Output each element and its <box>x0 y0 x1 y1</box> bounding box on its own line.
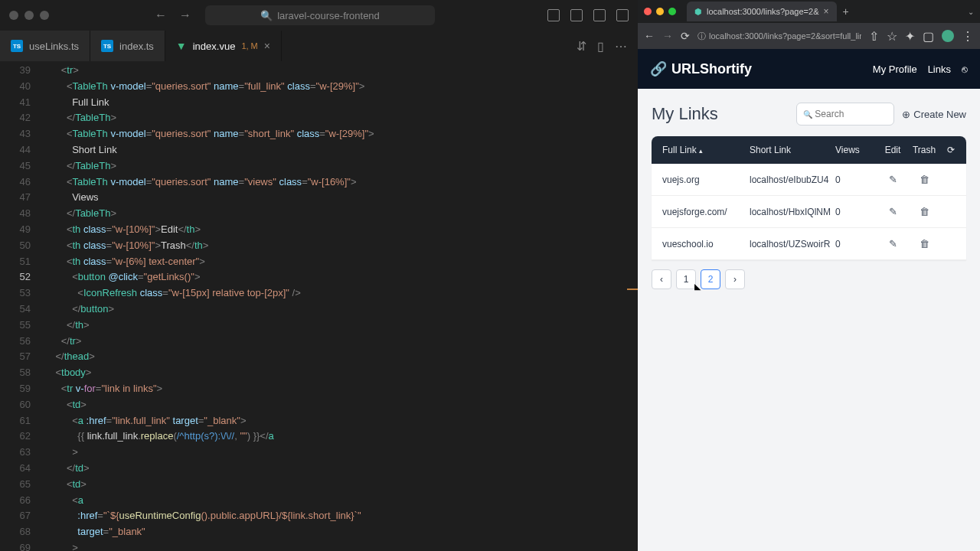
sidepanel-icon[interactable]: ▢ <box>923 29 934 44</box>
mouse-cursor-icon: ◣ <box>694 282 701 292</box>
cell-short-link[interactable]: localhost/UZSwoirR <box>750 239 835 249</box>
tab-index-vue[interactable]: ▼ index.vue 1, M × <box>165 31 282 61</box>
close-window-icon[interactable] <box>644 8 652 15</box>
panel-icon[interactable] <box>570 9 583 21</box>
col-trash: Trash <box>909 145 939 155</box>
plus-circle-icon: ⊕ <box>902 109 910 120</box>
browser-tab[interactable]: ⬢ localhost:3000/links?page=2& × <box>687 2 837 21</box>
minimize-dot[interactable] <box>24 11 34 20</box>
layout-icon[interactable] <box>547 9 560 21</box>
logout-icon[interactable]: ⎋ <box>962 64 968 75</box>
page-1[interactable]: 1 <box>676 269 696 289</box>
links-table: Full Link ▴ Short Link Views Edit Trash … <box>652 136 966 260</box>
extensions-icon[interactable]: ✦ <box>905 29 915 44</box>
back-icon[interactable]: ← <box>644 30 655 42</box>
search-icon: 🔍 <box>803 110 812 119</box>
reload-icon[interactable]: ⟳ <box>681 30 690 42</box>
edit-icon[interactable]: ✎ <box>889 206 897 217</box>
favicon-icon: ⬢ <box>694 7 702 17</box>
close-icon[interactable]: × <box>264 40 270 52</box>
nav-forward-icon[interactable]: → <box>179 8 191 22</box>
code-editor[interactable]: 3940414243444546474849505152535455565758… <box>0 61 638 551</box>
sidebar-icon[interactable] <box>593 9 606 21</box>
col-views[interactable]: Views <box>835 145 877 155</box>
cell-full-link[interactable]: vuejs.org <box>662 174 750 185</box>
edit-icon[interactable]: ✎ <box>889 174 897 185</box>
page-title: My Links <box>652 104 718 124</box>
table-header: Full Link ▴ Short Link Views Edit Trash … <box>652 136 966 164</box>
search-input[interactable]: 🔍 <box>796 103 894 126</box>
typescript-icon: TS <box>11 40 23 52</box>
more-icon[interactable]: ⋯ <box>615 39 627 54</box>
trash-icon[interactable]: 🗑 <box>920 206 929 217</box>
command-center[interactable]: 🔍laravel-course-frontend <box>205 5 435 25</box>
share-icon[interactable]: ⇧ <box>869 29 879 44</box>
new-tab-icon[interactable]: + <box>843 5 849 18</box>
refresh-button[interactable]: ⟳ <box>939 145 955 155</box>
sort-asc-icon: ▴ <box>699 147 703 155</box>
vue-icon: ▼ <box>176 40 187 52</box>
cell-short-link[interactable]: localhost/eIbubZU4 <box>750 174 835 185</box>
bookmark-icon[interactable]: ☆ <box>887 29 897 44</box>
edit-icon[interactable]: ✎ <box>889 238 897 249</box>
refresh-icon: ⟳ <box>947 145 955 155</box>
col-edit: Edit <box>877 145 909 155</box>
col-full-link[interactable]: Full Link ▴ <box>662 145 750 155</box>
compare-icon[interactable]: ⇵ <box>577 39 586 54</box>
nav-back-icon[interactable]: ← <box>155 8 167 22</box>
editor-tabs: TS useLinks.ts TS index.ts ▼ index.vue 1… <box>0 31 638 61</box>
table-row: vuejsforge.com/localhost/HbxIQlNM0✎🗑 <box>652 196 966 228</box>
create-new-button[interactable]: ⊕ Create New <box>902 109 966 120</box>
line-gutter: 3940414243444546474849505152535455565758… <box>0 61 44 551</box>
cell-full-link[interactable]: vueschool.io <box>662 239 750 249</box>
window-controls <box>9 11 49 20</box>
fullscreen-window-icon[interactable] <box>668 8 676 15</box>
page-next[interactable]: › <box>725 269 745 289</box>
cell-views: 0 <box>835 207 877 217</box>
close-tab-icon[interactable]: × <box>823 6 828 17</box>
split-icon[interactable]: ▯ <box>597 39 604 54</box>
site-info-icon[interactable]: ⓘ <box>697 31 706 42</box>
browser-toolbar: ← → ⟳ ⓘ localhost:3000/links?page=2&sort… <box>638 23 980 49</box>
table-row: vueschool.iolocalhost/UZSwoirR0✎🗑 <box>652 228 966 260</box>
link-icon: 🔗 <box>650 60 667 77</box>
cell-views: 0 <box>835 239 877 249</box>
nav-profile[interactable]: My Profile <box>873 64 917 75</box>
forward-icon[interactable]: → <box>662 30 673 42</box>
cell-short-link[interactable]: localhost/HbxIQlNM <box>750 207 835 217</box>
page-prev[interactable]: ‹ <box>652 269 671 289</box>
app-body: My Links 🔍 ⊕ Create New Full Link ▴ Shor… <box>638 89 980 551</box>
minimap-marker <box>627 289 638 290</box>
profile-avatar[interactable] <box>942 30 954 42</box>
tab-uselinks[interactable]: TS useLinks.ts <box>0 31 90 61</box>
address-bar[interactable]: ⓘ localhost:3000/links?page=2&sort=full_… <box>697 31 861 42</box>
chrome-menu-icon[interactable]: ⋮ <box>962 29 974 44</box>
cell-full-link[interactable]: vuejsforge.com/ <box>662 207 750 217</box>
browser-tabstrip: ⬢ localhost:3000/links?page=2& × + ⌄ <box>638 0 980 23</box>
cell-views: 0 <box>835 174 877 185</box>
typescript-icon: TS <box>101 40 113 52</box>
browser-panel: ⬢ localhost:3000/links?page=2& × + ⌄ ← →… <box>638 0 980 551</box>
app-logo[interactable]: 🔗 URLShortify <box>650 60 752 77</box>
minimize-window-icon[interactable] <box>656 8 664 15</box>
editor-panel: ← → 🔍laravel-course-frontend TS useLinks… <box>0 0 638 551</box>
table-row: vuejs.orglocalhost/eIbubZU40✎🗑 <box>652 164 966 196</box>
fullscreen-dot[interactable] <box>40 11 49 20</box>
app-header: 🔗 URLShortify My Profile Links ⎋ <box>638 49 980 89</box>
layout-grid-icon[interactable] <box>616 9 629 21</box>
nav-links[interactable]: Links <box>928 64 951 75</box>
trash-icon[interactable]: 🗑 <box>920 238 929 249</box>
trash-icon[interactable]: 🗑 <box>920 174 929 185</box>
close-dot[interactable] <box>9 11 18 20</box>
editor-titlebar: ← → 🔍laravel-course-frontend <box>0 0 638 31</box>
search-field[interactable] <box>815 109 887 119</box>
tab-index-ts[interactable]: TS index.ts <box>90 31 165 61</box>
col-short-link[interactable]: Short Link <box>750 145 835 155</box>
page-2[interactable]: 2 <box>701 269 720 289</box>
code-content[interactable]: <tr> <TableTh v-model="queries.sort" nam… <box>44 61 638 551</box>
tabs-menu-icon[interactable]: ⌄ <box>968 8 974 16</box>
